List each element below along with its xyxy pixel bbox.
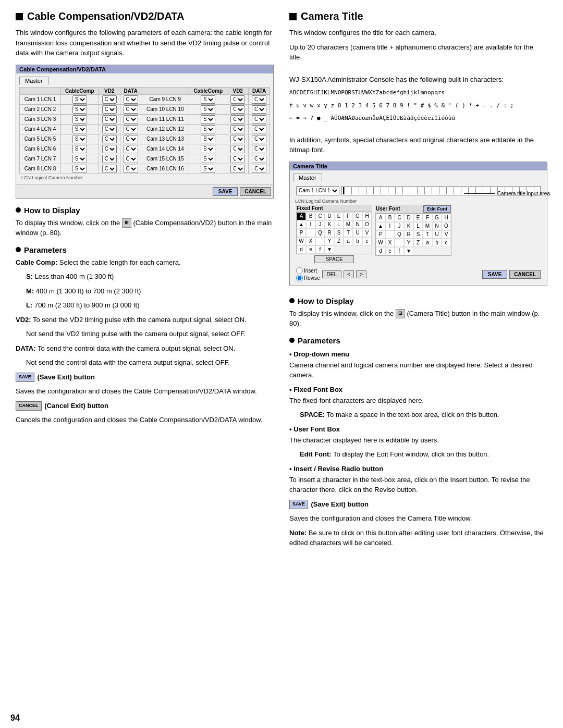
user-font-cell[interactable]: I (385, 222, 395, 230)
font-cell[interactable]: B (306, 212, 315, 220)
user-font-cell[interactable]: O (442, 222, 451, 230)
cam3-vd2[interactable]: ON (102, 115, 117, 124)
cam8-data[interactable]: ON (124, 165, 138, 173)
user-font-cell[interactable]: R (404, 230, 413, 239)
left-arrow-button[interactable]: < (344, 270, 354, 278)
cam14-data[interactable]: ON (252, 145, 266, 153)
user-font-cell[interactable]: Z (413, 239, 423, 247)
font-cell-scroll-up[interactable]: ▲ (297, 220, 306, 229)
font-cell[interactable]: V (362, 229, 372, 237)
font-cell[interactable]: E (334, 212, 344, 220)
user-font-cell[interactable]: e (385, 247, 395, 255)
user-font-cell[interactable]: S (413, 230, 423, 239)
cam2-data[interactable]: ON (124, 105, 138, 114)
cable-tab-master[interactable]: Master (19, 77, 48, 85)
font-cell[interactable]: A (297, 212, 306, 220)
user-font-cell[interactable]: f (395, 247, 404, 255)
cam9-cablecomp[interactable]: S (201, 95, 215, 104)
cam6-vd2[interactable]: ON (102, 145, 117, 153)
cam14-cablecomp[interactable]: S (201, 145, 215, 153)
font-cell[interactable]: f (315, 245, 325, 254)
cam15-data[interactable]: ON (252, 155, 266, 163)
cam7-vd2[interactable]: ON (102, 155, 117, 163)
cam7-cablecomp[interactable]: S (72, 155, 87, 163)
cam-tab-master[interactable]: Master (293, 174, 322, 182)
cam9-data[interactable]: ON (252, 95, 266, 104)
font-cell[interactable]: C (315, 212, 325, 220)
cam1-vd2[interactable]: ONOFF (102, 95, 117, 104)
cam16-cablecomp[interactable]: S (201, 165, 215, 173)
cam-channel-dropdown[interactable]: Cam 1 LCN 1 (296, 186, 339, 195)
user-font-cell[interactable]: c (442, 239, 451, 247)
user-font-cell[interactable]: K (404, 222, 413, 230)
font-cell-scroll-down[interactable]: ▼ (325, 245, 334, 254)
font-cell[interactable]: N (353, 220, 362, 229)
font-cell[interactable]: D (325, 212, 334, 220)
user-font-cell[interactable]: B (385, 214, 395, 222)
space-button[interactable]: SPACE (314, 255, 353, 263)
cam15-vd2[interactable]: ON (230, 155, 245, 163)
cam10-vd2[interactable]: ON (230, 105, 245, 114)
insert-radio[interactable]: Insert (296, 267, 320, 274)
edit-font-button[interactable]: Edit Font (423, 205, 451, 213)
font-cell[interactable]: M (344, 220, 353, 229)
user-font-cell[interactable]: a (423, 239, 432, 247)
font-cell[interactable]: K (325, 220, 334, 229)
insert-radio-input[interactable] (296, 267, 303, 274)
cam3-data[interactable]: ON (124, 115, 138, 124)
cam8-vd2[interactable]: ON (102, 165, 117, 173)
cam3-cablecomp[interactable]: S (72, 115, 87, 124)
user-font-cell[interactable]: U (432, 230, 442, 239)
font-cell[interactable]: W (297, 237, 306, 245)
user-font-cell-scroll-down[interactable]: ▼ (404, 247, 413, 255)
cable-save-button[interactable]: SAVE (213, 187, 238, 196)
cam5-vd2[interactable]: ON (102, 135, 117, 143)
user-font-cell[interactable]: X (385, 239, 395, 247)
font-cell[interactable]: O (362, 220, 372, 229)
cam-save-button[interactable]: SAVE (482, 270, 508, 279)
cam11-vd2[interactable]: ON (230, 115, 245, 124)
font-cell[interactable]: Y (325, 237, 334, 245)
font-cell[interactable]: b (353, 237, 362, 245)
cam2-cablecomp[interactable]: S (72, 105, 87, 114)
font-cell[interactable]: T (344, 229, 353, 237)
cam14-vd2[interactable]: ON (230, 145, 245, 153)
cam12-data[interactable]: ON (252, 125, 266, 133)
cam5-cablecomp[interactable]: S (72, 135, 87, 143)
font-cell[interactable]: H (362, 212, 372, 220)
user-font-cell[interactable]: L (413, 222, 423, 230)
user-font-cell[interactable]: M (423, 222, 432, 230)
cam15-cablecomp[interactable]: S (201, 155, 215, 163)
cam11-data[interactable]: ON (252, 115, 266, 124)
font-cell[interactable]: a (344, 237, 353, 245)
font-cell[interactable]: d (297, 245, 306, 254)
cam16-data[interactable]: ON (252, 165, 266, 173)
cam2-vd2[interactable]: ON (102, 105, 117, 114)
user-font-cell[interactable]: Y (404, 239, 413, 247)
user-font-cell[interactable]: T (423, 230, 432, 239)
cam6-cablecomp[interactable]: S (72, 145, 87, 153)
user-font-cell[interactable]: H (442, 214, 451, 222)
user-font-cell[interactable]: Q (395, 230, 404, 239)
cam16-vd2[interactable]: ON (230, 165, 245, 173)
cam13-data[interactable]: ON (252, 135, 266, 143)
right-arrow-button[interactable]: > (356, 270, 366, 278)
cam13-cablecomp[interactable]: S (201, 135, 215, 143)
font-cell[interactable]: I (306, 220, 315, 229)
font-cell[interactable]: U (353, 229, 362, 237)
cam8-cablecomp[interactable]: S (72, 165, 87, 173)
user-font-cell[interactable]: G (432, 214, 442, 222)
font-cell[interactable]: R (325, 229, 334, 237)
user-font-cell[interactable]: A (376, 214, 385, 222)
font-cell[interactable]: G (353, 212, 362, 220)
user-font-cell-scroll-up[interactable]: ▲ (376, 222, 385, 230)
user-font-cell[interactable]: C (395, 214, 404, 222)
cable-cancel-button[interactable]: CANCEL (240, 187, 271, 196)
cam1-cablecomp[interactable]: SML (72, 95, 87, 104)
user-font-cell[interactable]: J (395, 222, 404, 230)
cam4-data[interactable]: ON (124, 125, 138, 133)
revise-radio[interactable]: Revise (296, 275, 320, 281)
user-font-cell[interactable]: d (376, 247, 385, 255)
cam5-data[interactable]: ON (124, 135, 138, 143)
user-font-cell[interactable]: E (413, 214, 423, 222)
